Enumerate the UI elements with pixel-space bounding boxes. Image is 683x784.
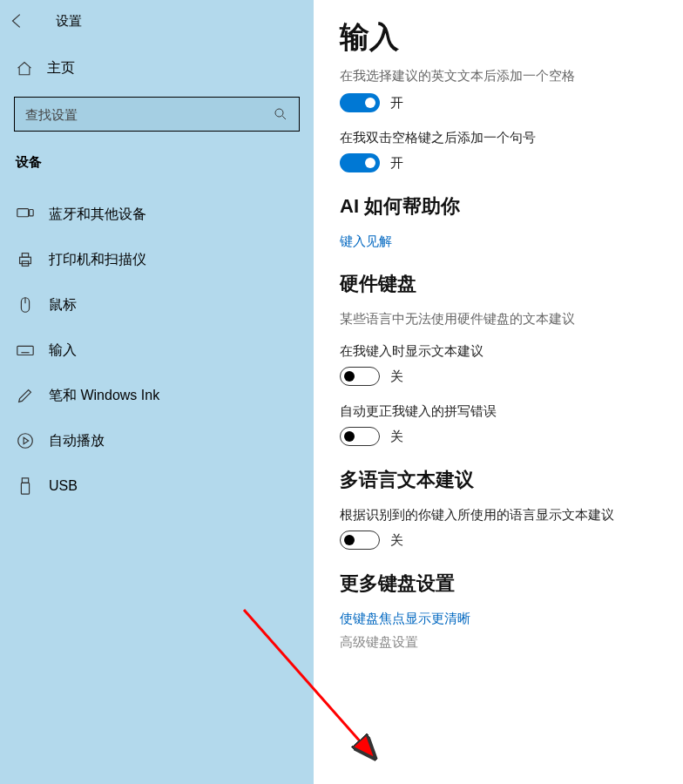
- autoplay-icon: [16, 431, 35, 450]
- sidebar-item-bluetooth[interactable]: 蓝牙和其他设备: [0, 192, 314, 237]
- svg-rect-4: [22, 253, 28, 258]
- printer-icon: [16, 250, 35, 269]
- sidebar-item-label: 蓝牙和其他设备: [49, 206, 146, 224]
- sidebar-item-typing[interactable]: 输入: [0, 328, 314, 373]
- hw-subdesc: 某些语言中无法使用硬件键盘的文本建议: [340, 311, 657, 328]
- toggle-label: 关: [390, 429, 403, 445]
- toggle-label: 开: [390, 95, 403, 112]
- section-hardware-keyboard: 硬件键盘: [340, 271, 657, 297]
- toggle-multilingual[interactable]: [340, 531, 380, 550]
- svg-rect-16: [21, 483, 29, 494]
- sidebar-item-label: 笔和 Windows Ink: [49, 387, 159, 405]
- toggle-space-after-suggestion[interactable]: [340, 93, 380, 112]
- sidebar-item-label: 鼠标: [49, 296, 77, 314]
- search-input[interactable]: [25, 107, 273, 122]
- sidebar-item-label: 自动播放: [49, 432, 105, 450]
- devices-icon: [16, 205, 35, 224]
- home-button[interactable]: 主页: [0, 49, 314, 88]
- back-arrow-icon: [8, 11, 27, 30]
- sidebar-item-mouse[interactable]: 鼠标: [0, 282, 314, 328]
- setting-desc-show-suggestions: 在我键入时显示文本建议: [340, 343, 657, 360]
- toggle-label: 开: [390, 155, 403, 172]
- multi-desc: 根据识别到的你键入所使用的语言显示文本建议: [340, 507, 657, 524]
- usb-icon: [16, 476, 35, 496]
- toggle-label: 关: [390, 532, 403, 549]
- settings-title: 设置: [56, 13, 82, 30]
- toggle-show-suggestions[interactable]: [340, 367, 380, 386]
- toggle-label: 关: [390, 368, 403, 385]
- svg-rect-2: [30, 210, 34, 216]
- back-button[interactable]: [10, 7, 38, 35]
- svg-rect-15: [22, 478, 28, 483]
- sidebar-item-printers[interactable]: 打印机和扫描仪: [0, 237, 314, 282]
- sidebar-item-label: 打印机和扫描仪: [49, 251, 146, 269]
- setting-desc-period: 在我双击空格键之后添加一个句号: [340, 130, 657, 146]
- pen-icon: [16, 386, 35, 405]
- section-multilingual: 多语言文本建议: [340, 467, 657, 493]
- sidebar-item-label: 输入: [49, 341, 77, 360]
- section-more-keyboard: 更多键盘设置: [340, 571, 657, 597]
- svg-point-14: [18, 434, 33, 449]
- sidebar: 设置 主页 设备 蓝牙和其他设备 打印机和扫描仪 鼠标 输入 笔和 Window…: [0, 0, 314, 784]
- page-title: 输入: [340, 17, 657, 57]
- search-box[interactable]: [14, 97, 300, 132]
- toggle-autocorrect[interactable]: [340, 427, 380, 446]
- sidebar-item-label: USB: [49, 478, 78, 494]
- svg-rect-1: [17, 209, 29, 217]
- svg-point-0: [275, 109, 283, 117]
- setting-desc-truncated: 在我选择建议的英文文本后添加一个空格: [340, 68, 657, 84]
- link-keyboard-focus-clearer[interactable]: 使键盘焦点显示更清晰: [340, 611, 657, 627]
- mouse-icon: [16, 295, 35, 314]
- main-content: 输入 在我选择建议的英文文本后添加一个空格 开 在我双击空格键之后添加一个句号 …: [314, 0, 683, 784]
- svg-rect-3: [20, 257, 31, 263]
- search-icon: [273, 106, 288, 122]
- home-icon: [16, 60, 33, 78]
- toggle-double-space-period[interactable]: [340, 153, 380, 172]
- category-label: 设备: [0, 149, 314, 192]
- sidebar-item-usb[interactable]: USB: [0, 463, 314, 509]
- home-label: 主页: [47, 59, 75, 78]
- sidebar-item-autoplay[interactable]: 自动播放: [0, 418, 314, 463]
- link-typing-insights[interactable]: 键入见解: [340, 233, 657, 250]
- keyboard-icon: [16, 341, 35, 360]
- section-ai: AI 如何帮助你: [340, 193, 657, 220]
- setting-desc-autocorrect: 自动更正我键入的拼写错误: [340, 403, 657, 420]
- link-advanced-keyboard-settings[interactable]: 高级键盘设置: [340, 634, 657, 651]
- sidebar-item-pen[interactable]: 笔和 Windows Ink: [0, 373, 314, 418]
- svg-rect-8: [17, 346, 33, 355]
